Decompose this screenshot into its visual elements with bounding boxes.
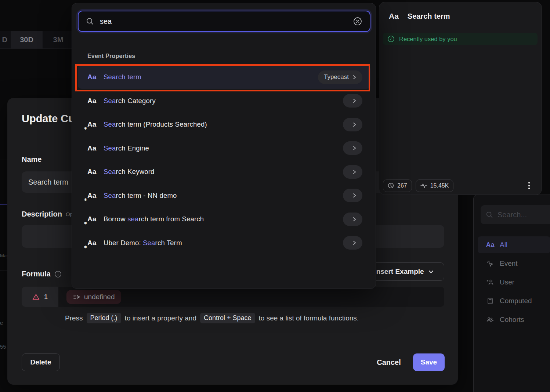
sidebar-item-label: Cohorts (500, 316, 524, 324)
sidebar-search-placeholder: Search... (497, 211, 527, 219)
formula-error-count: 1 (44, 293, 48, 301)
cohorts-icon (486, 317, 495, 323)
preview-footer: 267 15.45K (379, 176, 542, 195)
sidebar-search-input[interactable]: Search... (481, 205, 550, 224)
property-result-row[interactable]: Aa✱ Search term - NN demo (78, 184, 370, 207)
text-type-icon: Aa (389, 12, 399, 21)
name-value: Search term (28, 178, 68, 186)
name-label: Name (22, 155, 41, 164)
typecast-badge[interactable] (343, 141, 362, 155)
property-result-row[interactable]: Aa✱ Search Category (78, 89, 370, 113)
property-result-row[interactable]: Aa✱ Search term (Products Searched) (78, 113, 370, 136)
property-result-row[interactable]: Aa✱ Borrow search term from Search (78, 207, 370, 231)
helper-mid: to insert a property and (125, 314, 196, 322)
chevron-right-icon (352, 193, 357, 198)
typecast-badge[interactable] (343, 236, 362, 250)
insert-example-label: Insert Example (374, 268, 424, 276)
custom-property-star-icon: ✱ (84, 127, 87, 130)
property-result-row[interactable]: Aa✱ Search term Typecast (78, 65, 370, 89)
undefined-property-chip[interactable]: undefined (66, 290, 121, 304)
property-result-row[interactable]: Aa✱ Search Keyword (78, 160, 370, 184)
result-label: Search term - NN demo (104, 192, 177, 200)
property-type-sidebar: Search... Aa All Event User Computed Coh… (473, 195, 550, 392)
formula-label-text: Formula (22, 270, 51, 278)
time-range-3m[interactable]: 3M (43, 31, 74, 48)
formula-code-area[interactable]: undefined (58, 287, 444, 307)
typecast-badge[interactable] (343, 118, 362, 131)
chevron-right-icon (352, 75, 357, 80)
text-type-icon: Aa✱ (87, 168, 104, 176)
text-type-icon: Aa✱ (87, 97, 104, 105)
sidebar-item-event[interactable]: Event (478, 255, 550, 272)
typecast-badge[interactable] (343, 94, 362, 108)
formula-label: Formula (22, 270, 62, 278)
recently-used-label: Recently used by you (399, 36, 457, 43)
sidebar-item-user[interactable]: User (478, 274, 550, 291)
preview-header: Aa Search term (389, 12, 450, 21)
text-type-icon: Aa (486, 241, 495, 249)
chart-gridline (0, 160, 7, 160)
sidebar-item-label: Event (500, 259, 518, 268)
property-result-row[interactable]: Aa✱ Search Engine (78, 137, 370, 160)
function-icon (73, 294, 80, 300)
helper-post: to see a list of formula functions. (259, 314, 359, 322)
results-list: Aa✱ Search term Typecast Aa✱ Search Cate… (72, 3, 376, 288)
result-label: Search term (104, 73, 141, 81)
chevron-right-icon (352, 98, 357, 103)
formula-editor[interactable]: 1 undefined (22, 287, 444, 307)
stat-pill[interactable]: 15.45K (416, 179, 454, 192)
pie-chart-icon (388, 182, 394, 189)
warning-icon (32, 294, 40, 300)
chart-gridline (0, 216, 7, 216)
period-key-chip: Period (.) (87, 313, 121, 323)
kebab-menu-icon[interactable] (526, 180, 532, 191)
chevron-right-icon (352, 146, 357, 150)
stat-pill[interactable]: 267 (383, 179, 412, 192)
custom-property-star-icon: ✱ (84, 221, 87, 225)
chevron-right-icon (352, 170, 357, 174)
typecast-badge[interactable] (343, 165, 362, 179)
result-label: Search term (Products Searched) (104, 120, 207, 128)
description-label-text: Description (22, 210, 62, 218)
chart-axis-label: e (0, 320, 3, 326)
text-type-icon: Aa✱ (87, 215, 104, 223)
time-range-7d[interactable]: D (0, 31, 11, 48)
recently-used-badge: Recently used by you (383, 33, 538, 45)
text-type-icon: Aa✱ (87, 192, 104, 200)
result-label: Search Keyword (104, 168, 155, 176)
sidebar-item-cohorts[interactable]: Cohorts (478, 311, 550, 328)
stat-value: 267 (397, 182, 407, 189)
activity-icon (420, 183, 427, 188)
formula-error-gutter: 1 (22, 287, 58, 307)
result-label: Search Category (104, 97, 156, 105)
formula-helper-text: Press Period (.) to insert a property an… (65, 313, 359, 323)
text-type-icon: Aa✱ (87, 120, 104, 128)
cancel-button[interactable]: Cancel (368, 353, 409, 371)
chevron-right-icon (352, 122, 357, 127)
chevron-right-icon (352, 240, 357, 245)
property-result-row[interactable]: Aa✱ Uber Demo: Search Term (78, 231, 370, 255)
typecast-badge[interactable] (343, 189, 362, 202)
stat-value: 15.45K (430, 182, 449, 189)
dialog-title: Update Cu (22, 113, 75, 125)
sidebar-item-computed[interactable]: Computed (478, 293, 550, 309)
user-icon (486, 279, 495, 286)
chart-axis-label: 55 (0, 344, 6, 350)
clock-icon (387, 35, 395, 43)
chart-gridline (0, 271, 7, 271)
info-icon[interactable] (54, 271, 62, 278)
sidebar-item-label: User (500, 278, 514, 286)
result-label: Search Engine (104, 144, 149, 152)
typecast-badge[interactable]: Typecast (318, 70, 362, 84)
delete-button[interactable]: Delete (22, 353, 60, 371)
save-button[interactable]: Save (413, 353, 445, 371)
time-range-30d[interactable]: 30D (11, 31, 43, 48)
helper-pre: Press (65, 314, 83, 322)
text-type-icon: Aa✱ (87, 144, 104, 152)
custom-property-star-icon: ✱ (84, 198, 87, 202)
computed-icon (486, 298, 495, 304)
result-label: Borrow search term from Search (104, 215, 204, 223)
sidebar-item-all[interactable]: Aa All (478, 236, 550, 253)
undefined-chip-label: undefined (84, 293, 115, 301)
typecast-badge[interactable] (343, 213, 362, 226)
